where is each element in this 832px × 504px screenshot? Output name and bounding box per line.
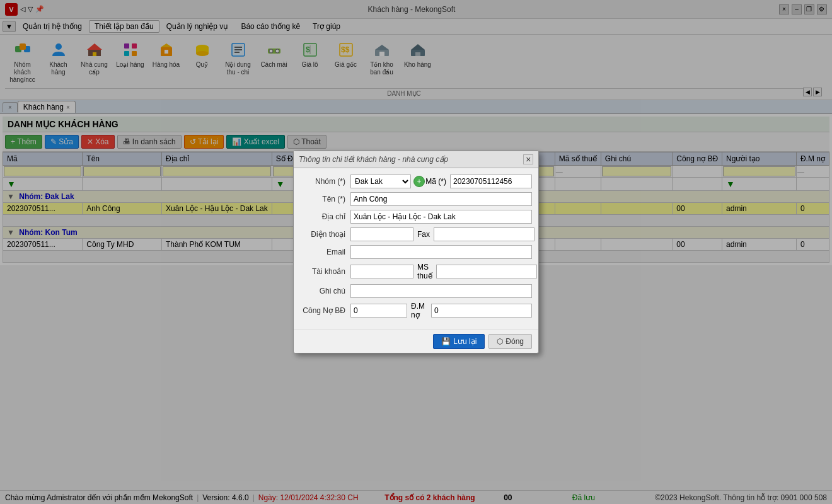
form-row-ghichu: Ghi chú <box>300 284 532 298</box>
taikhoan-input[interactable] <box>350 265 413 278</box>
modal-title: Thông tin chi tiết khách hàng - nhà cung… <box>299 155 448 164</box>
luu-lai-button[interactable]: 💾 Lưu lại <box>433 334 485 349</box>
dong-icon: ⬡ <box>497 337 503 346</box>
diachi-input[interactable] <box>350 210 532 224</box>
dienthoai-label: Điện thoại <box>300 230 350 239</box>
modal-close-btn[interactable]: × <box>523 154 533 164</box>
dmno-input[interactable] <box>431 304 532 318</box>
nhom-label: Nhóm (*) <box>300 177 350 186</box>
luu-lai-label: Lưu lại <box>453 337 477 346</box>
congnoBD-label: Công Nợ BĐ <box>300 306 350 315</box>
ma-input[interactable] <box>450 175 532 188</box>
form-row-dt-fax: Điện thoại Fax <box>300 227 532 241</box>
dienthoai-input[interactable] <box>350 227 413 241</box>
form-row-ten: Tên (*) <box>300 192 532 206</box>
form-row-congno: Công Nợ BĐ Đ.M nợ <box>300 302 532 319</box>
email-input[interactable] <box>350 245 532 259</box>
mst-input[interactable] <box>436 265 537 278</box>
form-row-taikhoan-mst: Tài khoản MS thuế <box>300 263 532 280</box>
modal-body: Nhóm (*) Đak Lak + Mã (*) Tên (*) Địa ch… <box>294 168 538 329</box>
modal-header: Thông tin chi tiết khách hàng - nhà cung… <box>294 151 538 168</box>
fax-label: Fax <box>417 230 430 239</box>
modal-footer: 💾 Lưu lại ⬡ Đóng <box>294 329 538 353</box>
form-row-nhom-ma: Nhóm (*) Đak Lak + Mã (*) <box>300 175 532 188</box>
nhom-group: Đak Lak + <box>350 175 425 188</box>
ghichu-label: Ghi chú <box>300 287 350 295</box>
ten-label: Tên (*) <box>300 195 350 203</box>
customer-detail-modal: Thông tin chi tiết khách hàng - nhà cung… <box>293 151 539 353</box>
dong-button[interactable]: ⬡ Đóng <box>488 334 532 349</box>
form-row-diachi: Địa chỉ <box>300 210 532 224</box>
ghichu-input[interactable] <box>350 284 532 298</box>
email-label: Email <box>300 248 350 256</box>
ten-input[interactable] <box>350 192 532 206</box>
diachi-label: Địa chỉ <box>300 212 350 221</box>
dmno-label: Đ.M nợ <box>411 302 427 319</box>
congnoBD-input[interactable] <box>350 304 407 318</box>
save-icon: 💾 <box>441 337 451 346</box>
nhom-select[interactable]: Đak Lak <box>350 175 411 188</box>
taikhoan-label: Tài khoản <box>300 267 350 276</box>
mst-label: MS thuế <box>417 263 432 280</box>
modal-overlay: Thông tin chi tiết khách hàng - nhà cung… <box>0 0 832 504</box>
ma-label: Mã (*) <box>425 177 450 186</box>
dong-label: Đóng <box>506 337 524 346</box>
form-row-email: Email <box>300 245 532 259</box>
nhom-add-btn[interactable]: + <box>413 176 425 187</box>
fax-input[interactable] <box>434 227 534 241</box>
